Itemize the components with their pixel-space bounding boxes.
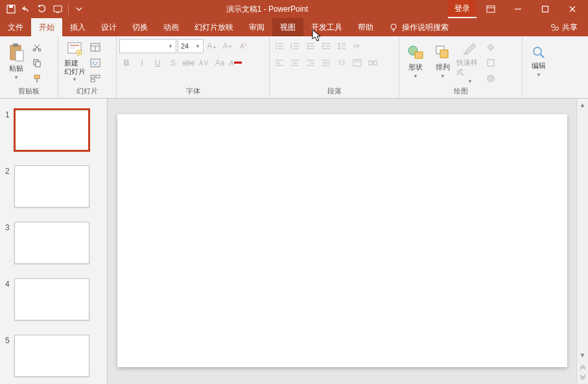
undo-icon[interactable] <box>19 2 34 16</box>
tab-slideshow[interactable]: 幻灯片放映 <box>187 18 241 36</box>
section-button[interactable] <box>88 71 102 86</box>
shape-outline-button[interactable] <box>484 56 498 70</box>
thumbnail-item[interactable]: 4 <box>0 276 107 332</box>
shapes-button[interactable]: 形状 ▼ <box>402 38 429 86</box>
decrease-font-button[interactable]: A▼ <box>220 39 235 53</box>
thumbnail-pane[interactable]: 1 2 3 4 5 <box>0 99 108 384</box>
tab-developer[interactable]: 开发工具 <box>303 18 350 36</box>
tab-file[interactable]: 文件 <box>0 18 31 36</box>
title-bar: 演示文稿1 - PowerPoint 登录 <box>0 0 588 18</box>
svg-text:3: 3 <box>290 47 292 50</box>
new-slide-button[interactable]: 新建 幻灯片 ▼ <box>61 38 88 86</box>
chevron-down-icon: ▼ <box>536 72 541 78</box>
prev-slide-icon[interactable] <box>577 361 588 372</box>
align-left-button[interactable] <box>272 56 287 70</box>
arrange-button[interactable]: 排列 ▼ <box>429 38 456 86</box>
character-spacing-button[interactable]: AV <box>197 56 211 70</box>
clear-formatting-button[interactable]: A <box>236 39 250 53</box>
font-name-combo[interactable]: ▼ <box>119 39 176 53</box>
tell-me-search[interactable]: 操作说明搜索 <box>381 18 456 36</box>
start-from-beginning-icon[interactable] <box>51 2 65 16</box>
tab-insert[interactable]: 插入 <box>62 18 93 36</box>
next-slide-icon[interactable] <box>577 372 588 384</box>
tab-view[interactable]: 视图 <box>272 18 303 36</box>
thumbnail-slide[interactable] <box>14 335 89 377</box>
shape-effects-button[interactable] <box>484 71 498 86</box>
maximize-icon[interactable] <box>532 0 558 18</box>
underline-button[interactable]: U <box>150 56 165 70</box>
smartart-button[interactable] <box>366 56 380 70</box>
reset-button[interactable] <box>88 56 102 70</box>
share-button[interactable]: 共享 <box>540 22 588 33</box>
save-icon[interactable] <box>4 2 18 16</box>
tab-help[interactable]: 帮助 <box>350 18 381 36</box>
minimize-icon[interactable] <box>505 0 531 18</box>
tab-home[interactable]: 开始 <box>31 18 62 36</box>
change-case-button[interactable]: Aa <box>213 56 227 70</box>
qat-customize-icon[interactable] <box>72 2 86 16</box>
tab-design[interactable]: 设计 <box>93 18 124 36</box>
redo-icon[interactable] <box>35 2 49 16</box>
increase-indent-button[interactable] <box>319 39 333 53</box>
share-icon <box>550 23 559 32</box>
tab-transitions[interactable]: 切换 <box>124 18 156 36</box>
svg-rect-33 <box>91 59 100 67</box>
columns-button[interactable] <box>335 56 349 70</box>
cut-button[interactable] <box>30 40 44 54</box>
slide-canvas[interactable] <box>117 114 567 367</box>
thumbnail-item[interactable]: 5 <box>0 332 107 384</box>
thumbnail-slide[interactable] <box>14 222 89 264</box>
increase-font-button[interactable]: A▲ <box>205 39 219 53</box>
vertical-scrollbar[interactable]: ▲ ▼ <box>576 99 588 384</box>
text-direction-button[interactable]: ||A <box>350 39 364 53</box>
strikethrough-button[interactable]: abc <box>182 56 196 70</box>
quick-styles-button[interactable]: 快速样式 ▼ <box>456 38 484 86</box>
paste-button[interactable]: 粘贴 ▼ <box>3 38 30 86</box>
bullets-button[interactable] <box>272 39 287 53</box>
font-color-button[interactable]: A <box>228 56 242 70</box>
copy-button[interactable] <box>30 56 44 70</box>
bold-button[interactable]: B <box>119 56 134 70</box>
thumbnail-slide[interactable] <box>14 278 89 320</box>
thumbnail-slide[interactable] <box>14 165 89 208</box>
login-button[interactable]: 登录 <box>448 0 476 18</box>
svg-rect-84 <box>415 52 423 58</box>
tabs-right: 共享 <box>540 18 588 36</box>
tab-review[interactable]: 审阅 <box>241 18 272 36</box>
thumbnail-slide[interactable] <box>14 109 89 151</box>
ribbon-display-options-icon[interactable] <box>478 0 504 18</box>
svg-rect-81 <box>373 61 377 65</box>
scroll-up-icon[interactable]: ▲ <box>577 99 588 110</box>
font-size-combo[interactable]: 24▼ <box>178 39 204 53</box>
scroll-down-icon[interactable]: ▼ <box>577 349 588 361</box>
chevron-down-icon: ▼ <box>195 43 200 49</box>
thumbnail-number: 5 <box>5 335 14 345</box>
decrease-indent-button[interactable] <box>303 39 318 53</box>
layout-button[interactable] <box>88 40 102 54</box>
close-icon[interactable] <box>559 0 585 18</box>
group-label-drawing: 绘图 <box>402 86 519 98</box>
arrange-icon <box>434 44 451 61</box>
align-center-button[interactable] <box>288 56 302 70</box>
quick-styles-icon <box>462 40 478 56</box>
svg-rect-16 <box>13 43 18 47</box>
justify-button[interactable] <box>319 56 333 70</box>
thumbnail-item[interactable]: 2 <box>0 163 107 219</box>
tab-animations[interactable]: 动画 <box>156 18 187 36</box>
line-spacing-button[interactable] <box>335 39 349 53</box>
svg-rect-1 <box>9 5 13 8</box>
slide-editor[interactable] <box>108 99 576 384</box>
svg-rect-80 <box>369 61 372 65</box>
format-painter-button[interactable] <box>30 71 44 86</box>
editing-button[interactable]: 编辑 ▼ <box>525 38 552 86</box>
thumbnail-item[interactable]: 3 <box>0 219 107 276</box>
shape-fill-button[interactable] <box>484 40 498 54</box>
scroll-track[interactable] <box>577 110 588 349</box>
shadow-button[interactable]: S <box>166 56 180 70</box>
align-right-button[interactable] <box>303 56 318 70</box>
italic-button[interactable]: I <box>135 56 149 70</box>
align-text-button[interactable] <box>350 56 364 70</box>
thumbnail-item[interactable]: 1 <box>0 106 107 163</box>
numbering-button[interactable]: 123 <box>288 39 302 53</box>
paste-icon <box>8 43 25 62</box>
